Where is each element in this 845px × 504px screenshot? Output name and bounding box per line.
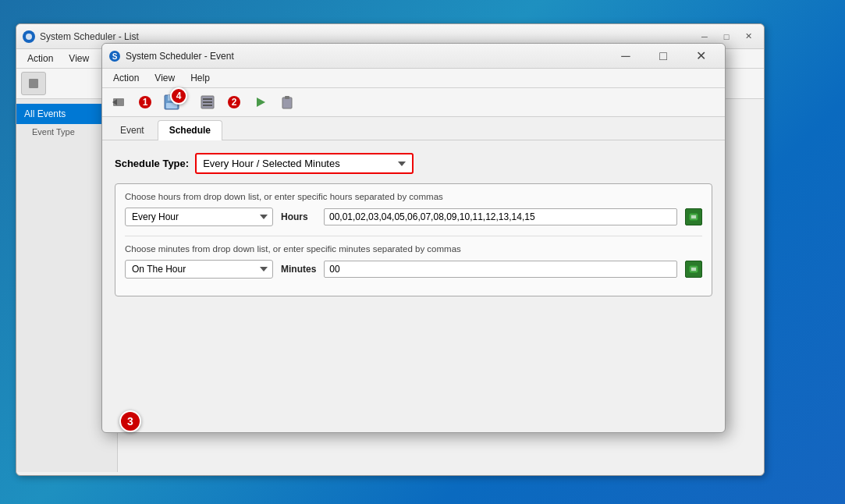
bg-menu-view[interactable]: View [61, 51, 97, 66]
hours-browse-button[interactable] [685, 208, 702, 225]
bg-toolbar-btn-1[interactable] [21, 72, 46, 95]
modal-menu-help[interactable]: Help [183, 70, 218, 86]
hours-input-row: Every HourOn The HourCustom Hours [125, 208, 702, 226]
schedule-type-select[interactable]: Every Hour / Selected MinutesDailyWeekly… [195, 153, 414, 174]
svg-text:S: S [112, 52, 118, 61]
modal-maximize-button[interactable]: □ [645, 45, 681, 67]
hours-dropdown[interactable]: Every HourOn The HourCustom [125, 208, 273, 226]
schedule-group-box: Choose hours from drop down list, or ent… [115, 183, 712, 296]
toolbar-add-button[interactable]: 1 [133, 91, 157, 113]
modal-body: Schedule Type: Every Hour / Selected Min… [102, 140, 725, 309]
modal-app-icon: S [108, 50, 121, 62]
bg-window-title: System Scheduler - List [40, 31, 139, 42]
modal-close-button[interactable]: ✕ [683, 45, 719, 67]
toolbar-settings-button[interactable]: 2 [222, 91, 246, 113]
toolbar-list-button[interactable] [196, 91, 219, 113]
bg-close-button[interactable]: ✕ [739, 28, 758, 45]
tab-event[interactable]: Event [108, 120, 156, 140]
schedule-type-row: Schedule Type: Every Hour / Selected Min… [115, 153, 712, 174]
modal-titlebar: S System Scheduler - Event ─ □ ✕ [102, 44, 725, 69]
svg-rect-12 [203, 98, 212, 100]
svg-rect-1 [29, 79, 38, 88]
minutes-browse-button[interactable] [685, 261, 702, 278]
hours-field-label: Hours [281, 211, 316, 222]
toolbar-back-button[interactable] [107, 91, 130, 113]
modal-minimize-button[interactable]: ─ [608, 45, 644, 67]
section-divider [125, 236, 702, 236]
minutes-input-row: On The HourEvery MinuteEvery 5 MinutesEv… [125, 260, 702, 279]
toolbar-run-button[interactable] [249, 91, 272, 113]
toolbar-clipboard-button[interactable] [275, 91, 299, 113]
svg-rect-13 [203, 101, 212, 103]
svg-text:1: 1 [143, 97, 148, 108]
svg-marker-17 [257, 98, 265, 107]
minutes-description: Choose minutes from drop down list, or e… [125, 244, 702, 254]
svg-rect-14 [203, 105, 212, 106]
schedule-type-label: Schedule Type: [115, 158, 189, 169]
annotation-badge-3: 3 [119, 410, 141, 432]
modal-window: S System Scheduler - Event ─ □ ✕ Action … [101, 43, 726, 433]
modal-menubar: Action View Help [102, 69, 725, 88]
minutes-dropdown[interactable]: On The HourEvery MinuteEvery 5 MinutesEv… [125, 260, 273, 279]
modal-toolbar: 1 4 2 [102, 88, 725, 117]
modal-menu-view[interactable]: View [147, 70, 183, 86]
hours-description: Choose hours from drop down list, or ent… [125, 192, 702, 201]
svg-rect-23 [690, 266, 698, 272]
modal-tab-bar: Event Schedule [102, 117, 725, 140]
modal-menu-action[interactable]: Action [105, 70, 147, 86]
modal-title: System Scheduler - Event [126, 51, 234, 62]
minutes-field-label: Minutes [281, 264, 316, 275]
minutes-text-input[interactable] [324, 261, 677, 278]
svg-point-0 [26, 34, 32, 40]
tab-schedule[interactable]: Schedule [158, 120, 222, 140]
svg-text:2: 2 [232, 97, 237, 108]
badge-4: 4 [170, 87, 187, 105]
bg-menu-action[interactable]: Action [20, 51, 61, 66]
modal-controls: ─ □ ✕ [608, 45, 719, 67]
hours-text-input[interactable] [324, 208, 677, 225]
toolbar-save-button[interactable]: 4 [160, 91, 183, 113]
bg-window-app-icon [23, 30, 35, 43]
svg-rect-18 [282, 98, 292, 108]
svg-rect-20 [690, 214, 698, 220]
svg-rect-19 [285, 96, 289, 99]
